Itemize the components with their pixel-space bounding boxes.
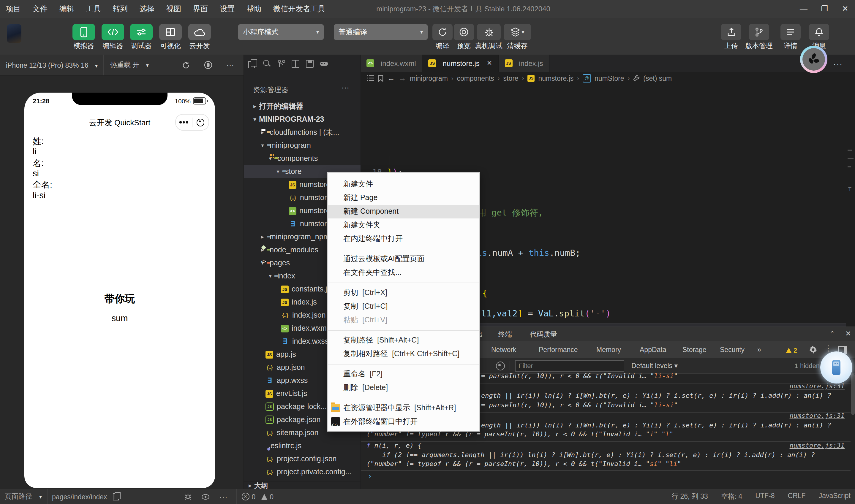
- menubar-item-工具[interactable]: 工具: [80, 0, 107, 18]
- avatar[interactable]: [7, 24, 21, 43]
- divider[interactable]: [244, 55, 244, 489]
- kebab-menu-icon[interactable]: ⋮: [824, 344, 832, 353]
- 上传-button[interactable]: [721, 24, 741, 40]
- close-tab-icon[interactable]: ✕: [487, 59, 492, 67]
- stop-sim-icon[interactable]: [204, 60, 213, 70]
- tree-item-components[interactable]: ▾components: [244, 152, 361, 165]
- menubar-item-帮助[interactable]: 帮助: [241, 0, 267, 18]
- devtools-tab-Security[interactable]: Security: [720, 341, 745, 358]
- tab-index.js[interactable]: JSindex.js: [499, 55, 549, 72]
- close-button[interactable]: ✕: [835, 0, 855, 18]
- nav-forward-icon[interactable]: →: [398, 74, 406, 83]
- menubar-item-设置[interactable]: 设置: [214, 0, 241, 18]
- devtools-tab-Network[interactable]: Network: [491, 341, 516, 358]
- capsule-more-icon[interactable]: [176, 121, 192, 124]
- 编辑器-button[interactable]: [102, 24, 124, 40]
- menubar-item-转到[interactable]: 转到: [107, 0, 133, 18]
- 模拟器-button[interactable]: [72, 24, 95, 40]
- menu-item-[interactable]: 新建文件: [328, 178, 479, 191]
- save-all-icon[interactable]: [305, 59, 314, 68]
- menu-item-[interactable]: 在资源管理器中显示[Shift+Alt+R]: [328, 401, 479, 415]
- 预览-button[interactable]: [454, 24, 474, 40]
- menu-item-[interactable]: 剪切[Ctrl+X]: [328, 286, 479, 300]
- breadcrumb-item-store[interactable]: store: [503, 74, 518, 82]
- tree-item-.eslintrc.js[interactable]: .eslintrc.js: [244, 439, 361, 452]
- menubar-item-项目[interactable]: 项目: [0, 0, 27, 18]
- bookmark-icon[interactable]: [378, 74, 384, 82]
- statusbar-more-icon[interactable]: ···: [215, 493, 233, 500]
- menu-item-[interactable]: 复制相对路径[Ctrl+K Ctrl+Shift+C]: [328, 347, 479, 361]
- 消息-button[interactable]: [809, 24, 829, 40]
- menubar-item-选择[interactable]: 选择: [133, 0, 160, 18]
- tree-item-miniprogram[interactable]: ▾miniprogram: [244, 139, 361, 152]
- menubar-item-微信开发者工具[interactable]: 微信开发者工具: [267, 0, 331, 18]
- console-source-link[interactable]: numstore.js:31: [790, 412, 844, 420]
- panel-tab-终端[interactable]: 终端: [491, 327, 519, 341]
- tab-numstore.js[interactable]: JSnumstore.js✕: [423, 55, 499, 72]
- menubar-item-编辑[interactable]: 编辑: [53, 0, 80, 18]
- hot-reload-toggle[interactable]: 热重载 开 ▾: [104, 60, 155, 70]
- menubar-item-文件[interactable]: 文件: [27, 0, 53, 18]
- outline-list-icon[interactable]: [367, 75, 374, 81]
- menubar-item-界面[interactable]: 界面: [187, 0, 214, 18]
- 版本管理-button[interactable]: [749, 24, 769, 40]
- tree-item-project.private.config...[interactable]: {..}project.private.config...: [244, 465, 361, 479]
- collapse-panel-icon[interactable]: ⌃: [830, 330, 835, 337]
- statusbar-item-4[interactable]: 空格: 4: [721, 492, 743, 501]
- 清缓存-button[interactable]: ▾: [504, 24, 531, 40]
- devtools-tab-Performance[interactable]: Performance: [539, 341, 578, 358]
- menubar-item-视图[interactable]: 视图: [160, 0, 187, 18]
- tab-index.wxml[interactable]: <>index.wxml: [360, 55, 423, 72]
- compile-mode-dropdown[interactable]: 普通编译▾: [334, 24, 428, 40]
- statusbar-item-CRLF[interactable]: CRLF: [788, 492, 806, 501]
- problems-errors[interactable]: ✕0 0: [237, 493, 279, 501]
- console-levels-dropdown[interactable]: Default levels ▾: [631, 361, 678, 370]
- page-path-value[interactable]: pages/index/index: [47, 493, 112, 500]
- refresh-sim-icon[interactable]: [182, 61, 190, 69]
- outline-section[interactable]: ▸大纲: [244, 481, 360, 489]
- wechat-devtools-logo[interactable]: [800, 46, 827, 73]
- console-eye-icon[interactable]: [496, 361, 505, 370]
- menu-item-[interactable]: 复制路径[Shift+Alt+C]: [328, 334, 479, 347]
- menu-item-Page[interactable]: 新建 Page: [328, 191, 479, 205]
- menu-item-[interactable]: 复制[Ctrl+C]: [328, 300, 479, 313]
- miniapp-capsule[interactable]: [175, 114, 209, 131]
- panel-tab-代码质量[interactable]: 代码质量: [523, 327, 564, 341]
- statusbar-item-2633[interactable]: 行 26, 列 33: [672, 492, 708, 501]
- 调试器-button[interactable]: [130, 24, 153, 40]
- statusbar-item-UTF-8[interactable]: UTF-8: [755, 492, 774, 501]
- settings-gear-icon[interactable]: [809, 345, 817, 354]
- statusbar-item-JavaScript[interactable]: JavaScript: [819, 492, 851, 501]
- usb-debug-float-button[interactable]: [820, 352, 852, 383]
- page-path-dropdown[interactable]: 页面路径▾: [0, 492, 47, 501]
- sim-more-icon[interactable]: ···: [226, 60, 234, 70]
- breadcrumb-item-setsum[interactable]: (set) sum: [643, 74, 672, 82]
- source-control-icon[interactable]: [277, 59, 286, 68]
- tree-item-[interactable]: ▸打开的编辑器: [244, 100, 361, 113]
- minimize-button[interactable]: —: [794, 0, 814, 18]
- menu-item-[interactable]: 在文件夹中查找...: [328, 266, 479, 280]
- 详情-button[interactable]: [781, 24, 801, 40]
- menu-item-Component[interactable]: 新建 Component: [328, 205, 479, 218]
- device-selector[interactable]: iPhone 12/13 (Pro) 83% 16 ▾: [0, 61, 104, 69]
- split-editor-icon[interactable]: [291, 59, 300, 68]
- breadcrumb-item-components[interactable]: components: [457, 74, 494, 82]
- mini-mode-dropdown[interactable]: 小程序模式▾: [238, 24, 324, 40]
- copy-path-icon[interactable]: [112, 493, 120, 500]
- 云开发-button[interactable]: [188, 24, 211, 40]
- menu-item-[interactable]: 在内建终端中打开: [328, 232, 479, 246]
- console-source-link[interactable]: numstore.js:31: [790, 442, 844, 449]
- devtools-tab-AppData[interactable]: AppData: [640, 341, 666, 358]
- 可视化-button[interactable]: [159, 24, 182, 40]
- console-filter-input[interactable]: [515, 360, 624, 371]
- nav-back-icon[interactable]: ←: [387, 74, 395, 83]
- statusbar-eye-icon[interactable]: [197, 493, 215, 500]
- breadcrumb[interactable]: ← → miniprogram›components›store›JSnumst…: [360, 72, 855, 84]
- menu-item-[interactable]: 删除[Delete]: [328, 381, 479, 395]
- editor-more-icon[interactable]: ···: [833, 59, 843, 68]
- console-scrollbar[interactable]: [851, 373, 855, 415]
- miniapp-sum-text[interactable]: sum: [24, 313, 215, 323]
- tree-item-MINIPROGRAM-23[interactable]: ▾MINIPROGRAM-23: [244, 113, 361, 126]
- explorer-more-icon[interactable]: ···: [341, 83, 349, 92]
- docker-icon[interactable]: [320, 59, 328, 68]
